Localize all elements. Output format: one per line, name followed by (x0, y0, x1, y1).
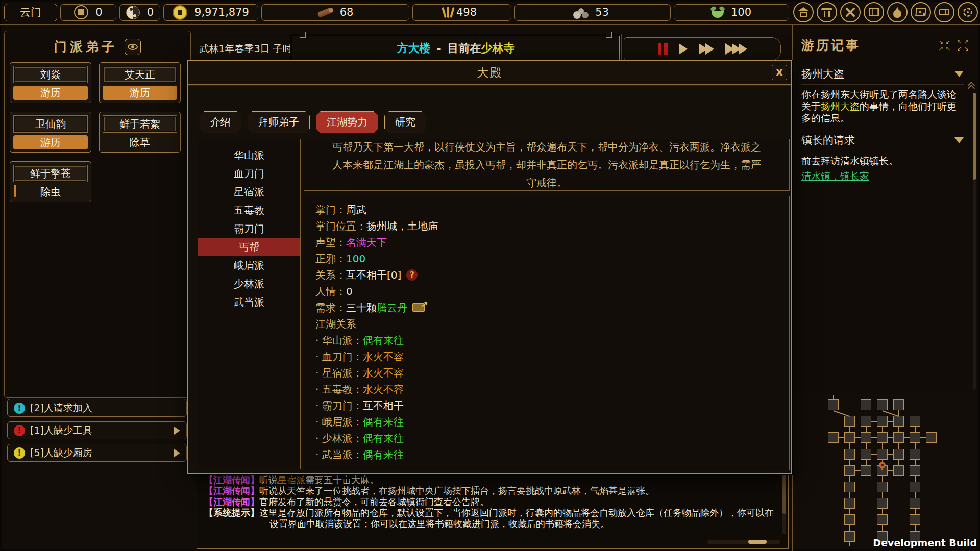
faction-item[interactable]: 华山派 (198, 146, 300, 164)
expand-icon[interactable]: ↖↗↙↘ (955, 39, 970, 52)
settings-button[interactable] (958, 2, 978, 22)
message-log-panel: 【江湖传闻】听说星宿派需要五十亩大麻。【江湖传闻】听说从天竺来了一位挑战者，在扬… (197, 468, 789, 549)
log-vertical-thumb[interactable] (782, 475, 786, 514)
location-link[interactable]: 清水镇，镇长家 (801, 170, 964, 183)
minimap-room[interactable] (844, 482, 855, 492)
gate-button[interactable] (817, 2, 837, 22)
relation-status: 互不相干 (363, 399, 404, 412)
chest-send-icon[interactable]: → (412, 303, 425, 312)
minimap-room[interactable] (893, 432, 904, 443)
faction-item[interactable]: 峨眉派 (198, 256, 300, 274)
log-horizontal-thumb[interactable] (748, 540, 767, 544)
grain-stat: 498 (412, 4, 511, 21)
minimap-room[interactable] (893, 416, 904, 427)
minimap-room[interactable] (877, 498, 888, 509)
minimap-room[interactable] (861, 449, 871, 460)
book-button[interactable] (934, 2, 954, 22)
log-horizontal-scrollbar[interactable] (707, 540, 780, 544)
menu-buttons (793, 2, 978, 22)
faction-item[interactable]: 五毒教 (198, 201, 300, 219)
minimap-room[interactable] (844, 432, 855, 443)
dialog-tab[interactable]: 江湖势力 (316, 111, 378, 133)
log-line: 【江湖传闻】听说从天竺来了一位挑战者，在扬州城中央广场摆下擂台，扬言要挑战中原武… (204, 485, 775, 496)
minimap-room[interactable] (877, 399, 888, 410)
entry-header[interactable]: 扬州大盗 (801, 65, 964, 85)
journal-scrollbar-thumb[interactable] (973, 93, 976, 180)
disciple-card[interactable]: 鲜于擎苍除虫 (10, 161, 91, 202)
dialog-tab[interactable]: 介绍 (200, 111, 241, 133)
disciple-card[interactable]: 卫仙韵游历 (10, 112, 91, 153)
minimap-room[interactable] (861, 465, 871, 476)
disciple-card[interactable]: 艾天正游历 (99, 62, 181, 103)
minimap-room[interactable] (893, 399, 904, 410)
minimap-room[interactable] (910, 416, 920, 427)
map-scroll-button[interactable] (864, 2, 884, 22)
minimap-room[interactable] (893, 449, 904, 460)
minimap-room[interactable] (844, 449, 855, 460)
game-screen: 云门 009,971,8796849853100 武林1年春季3日 子时初刻 风… (0, 0, 980, 551)
collapse-arrow-icon (954, 137, 964, 143)
detail-label: 声望： (315, 236, 346, 248)
sect-name-button[interactable]: 云门 (4, 4, 57, 21)
minimap-room[interactable] (844, 531, 855, 542)
pavilion-button[interactable] (793, 2, 814, 22)
minimap-room[interactable] (910, 432, 920, 443)
minimap-room[interactable] (910, 449, 920, 460)
minimap-room[interactable] (877, 432, 888, 443)
minimap-room[interactable] (926, 432, 937, 443)
disciple-card[interactable]: 刘焱游历 (10, 62, 91, 103)
dialog-tab[interactable]: 拜师弟子 (248, 111, 310, 133)
minimap-room[interactable] (893, 465, 904, 476)
entry-header[interactable]: 镇长的请求 (801, 131, 964, 151)
alert-error[interactable]: ![1]人缺少工具 (7, 421, 187, 439)
region-map-icon (912, 3, 930, 21)
close-icon[interactable]: X (772, 65, 787, 80)
log-vertical-scrollbar[interactable] (782, 475, 786, 534)
region-map-button[interactable] (911, 2, 931, 22)
faction-item[interactable]: 霸刀门 (198, 219, 300, 238)
minimap-room[interactable] (828, 432, 839, 443)
minimap-room[interactable] (877, 449, 888, 460)
tools-button[interactable] (840, 2, 861, 22)
minimap-room[interactable] (910, 465, 920, 476)
minimap-room[interactable] (877, 482, 888, 492)
alert-warning[interactable]: ![5]人缺少厢房 (7, 444, 187, 462)
minimap-room[interactable] (877, 416, 888, 427)
minimap-room[interactable] (910, 498, 920, 509)
detail-value: 腾云丹 (377, 302, 407, 314)
faction-item[interactable]: 血刀门 (198, 164, 300, 183)
minimap-room[interactable] (828, 399, 839, 410)
dialog-tab[interactable]: 研究 (384, 111, 426, 133)
bag-button[interactable] (887, 2, 908, 22)
fast-forward-button[interactable] (699, 43, 714, 55)
fastest-forward-button[interactable] (725, 43, 747, 55)
minimap-room[interactable] (910, 482, 920, 492)
minimap-room[interactable] (877, 514, 888, 525)
faction-item[interactable]: 少林派 (198, 274, 300, 293)
error-exclamation-icon: ! (14, 425, 25, 436)
alert-info[interactable]: ![2]人请求加入 (7, 399, 187, 417)
minimap-room[interactable] (844, 465, 855, 476)
minimap-room[interactable] (910, 514, 920, 525)
minimap-room[interactable] (844, 514, 855, 525)
faction-item[interactable]: 丐帮 (198, 238, 300, 256)
minimap-room[interactable] (861, 416, 871, 427)
minimap-room[interactable] (861, 399, 871, 410)
eye-toggle-button[interactable] (125, 39, 141, 55)
pause-button[interactable] (658, 43, 668, 55)
minimap-room[interactable] (861, 432, 871, 443)
scroll-up-icon[interactable] (967, 82, 975, 90)
minimap-room[interactable] (844, 416, 855, 427)
journal-scrollbar[interactable] (973, 93, 976, 390)
faction-item[interactable]: 星宿派 (198, 183, 300, 201)
log-tag: 【系统提示】 (204, 507, 259, 518)
faction-item[interactable]: 武当派 (198, 293, 300, 311)
play-button[interactable] (679, 43, 688, 55)
collapse-icon[interactable]: ↘↙↗↖ (937, 39, 951, 52)
detail-row: 声望：名满天下 (315, 234, 778, 251)
ore-icon (578, 8, 584, 14)
relation-status: 偶有来往 (363, 334, 404, 346)
help-icon[interactable]: ? (406, 269, 418, 281)
disciple-card[interactable]: 鲜于若絮除草 (99, 112, 181, 153)
minimap-room[interactable] (844, 498, 855, 509)
